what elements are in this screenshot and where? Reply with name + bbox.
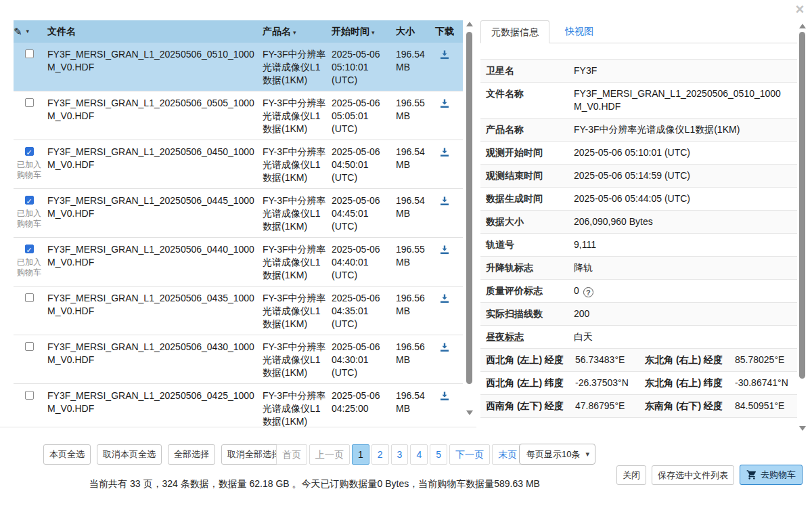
row-checkbox[interactable]: [25, 293, 34, 302]
metadata-label: 观测开始时间: [486, 146, 574, 159]
coord-value: 84.50951°E: [735, 400, 797, 412]
panel-tab[interactable]: 快视图: [555, 20, 604, 43]
file-name-cell: FY3F_MERSI_GRAN_L1_20250506_0430_1000M_V…: [45, 335, 263, 383]
download-icon[interactable]: [439, 49, 450, 60]
scrollbar-thumb[interactable]: [799, 32, 805, 379]
metadata-value: 200: [574, 308, 797, 320]
column-header-product[interactable]: 产品名▾: [263, 20, 332, 43]
close-button[interactable]: 关闭: [616, 465, 646, 485]
coord-label: 西北角 (左上) 经度: [486, 354, 575, 366]
product-name-cell: FY-3F中分辨率光谱成像仪L1数据(1KM): [263, 43, 332, 91]
chevron-down-icon: ▾: [585, 444, 589, 464]
metadata-value: 降轨: [574, 261, 797, 274]
select-menu-header[interactable]: ✎ ▾: [14, 20, 45, 43]
metadata-label: 产品名称: [486, 123, 574, 136]
download-icon[interactable]: [439, 391, 450, 402]
start-time-cell: 2025-05-06 04:50:01 (UTC): [332, 140, 396, 188]
start-time-cell: 2025-05-06 05:10:01 (UTC): [332, 43, 396, 91]
metadata-panel: 元数据信息快视图 卫星名 FY3F 文件名称 FY3F_MERSI_GRAN_L…: [480, 20, 797, 418]
metadata-row: 卫星名 FY3F: [480, 60, 797, 83]
footer-actions: 关闭 保存选中文件列表 去购物车: [616, 465, 803, 485]
table-row[interactable]: 已加入购物车 FY3F_MERSI_GRAN_L1_20250506_0450_…: [14, 140, 463, 189]
table-row[interactable]: 已加入购物车 FY3F_MERSI_GRAN_L1_20250506_0445_…: [14, 189, 463, 238]
row-checkbox[interactable]: [25, 196, 34, 205]
row-checkbox[interactable]: [25, 391, 34, 400]
download-icon[interactable]: [439, 342, 450, 353]
coord-label: 西北角 (左上) 纬度: [486, 377, 575, 389]
table-scrollbar[interactable]: [466, 20, 474, 417]
coord-label: 东北角 (右上) 纬度: [645, 377, 735, 389]
scroll-up-icon[interactable]: [799, 24, 806, 28]
table-row[interactable]: FY3F_MERSI_GRAN_L1_20250506_0435_1000M_V…: [14, 287, 463, 335]
metadata-label: 昼夜标志: [486, 331, 574, 343]
table-row[interactable]: 已加入购物车 FY3F_MERSI_GRAN_L1_20250506_0440_…: [14, 238, 463, 287]
corner-coord-row: 西北角 (左上) 纬度 -26.37503°N 东北角 (右上) 纬度 -30.…: [480, 372, 797, 395]
sort-caret-icon: ▾: [293, 29, 296, 36]
page-size-select[interactable]: 每页显示10条 ▾: [519, 444, 595, 465]
pagination: 首页上一页12345下一页末页: [276, 444, 523, 465]
selection-button[interactable]: 本页全选: [43, 444, 91, 465]
page-item[interactable]: 3: [391, 444, 409, 465]
scrollbar-thumb[interactable]: [466, 32, 472, 384]
coord-value: 47.86795°E: [575, 400, 645, 412]
table-row[interactable]: FY3F_MERSI_GRAN_L1_20250506_0425_1000M_V…: [14, 384, 463, 427]
row-checkbox[interactable]: [25, 342, 34, 351]
file-name-cell: FY3F_MERSI_GRAN_L1_20250506_0510_1000M_V…: [45, 43, 263, 91]
product-name-cell: FY-3F中分辨率光谱成像仪L1数据(1KM): [263, 189, 332, 237]
column-header-starttime[interactable]: 开始时间▾: [332, 20, 396, 43]
page-item[interactable]: 4: [410, 444, 428, 465]
metadata-value: 9,111: [574, 238, 797, 251]
file-name-cell: FY3F_MERSI_GRAN_L1_20250506_0505_1000M_V…: [45, 91, 263, 140]
scroll-up-icon[interactable]: [466, 22, 473, 26]
download-icon[interactable]: [439, 245, 450, 255]
start-time-cell: 2025-05-06 04:35:01 (UTC): [332, 287, 396, 335]
metadata-value: 2025-05-06 05:14:59 (UTC): [574, 169, 797, 182]
go-to-cart-button[interactable]: 去购物车: [740, 465, 803, 485]
corner-coord-row: 西南角 (左下) 经度 47.86795°E 东南角 (右下) 经度 84.50…: [480, 395, 797, 418]
scroll-down-icon[interactable]: [466, 410, 473, 415]
selection-button[interactable]: 取消本页全选: [97, 444, 162, 465]
table-row[interactable]: FY3F_MERSI_GRAN_L1_20250506_0505_1000M_V…: [14, 91, 463, 140]
download-icon[interactable]: [439, 293, 450, 304]
download-icon[interactable]: [439, 98, 450, 109]
product-name-cell: FY-3F中分辨率光谱成像仪L1数据(1KM): [263, 238, 332, 286]
save-file-list-button[interactable]: 保存选中文件列表: [652, 465, 734, 485]
download-icon[interactable]: [439, 196, 450, 207]
table-row[interactable]: FY3F_MERSI_GRAN_L1_20250506_0510_1000M_V…: [14, 43, 463, 91]
table-row[interactable]: FY3F_MERSI_GRAN_L1_20250506_0430_1000M_V…: [14, 335, 463, 384]
page-item[interactable]: 2: [371, 444, 389, 465]
metadata-row: 昼夜标志 白天: [480, 326, 797, 349]
size-cell: 196.54 MB: [396, 189, 430, 237]
panel-scrollbar[interactable]: [798, 22, 807, 432]
metadata-value: 206,090,960 Bytes: [574, 215, 797, 228]
column-header-filename[interactable]: 文件名: [45, 20, 263, 43]
scroll-down-icon[interactable]: [799, 426, 806, 431]
start-time-cell: 2025-05-06 04:25:00: [332, 384, 396, 427]
page-item[interactable]: 1: [352, 444, 369, 465]
page-item[interactable]: 5: [430, 444, 447, 465]
metadata-row: 数据生成时间 2025-05-06 05:44:05 (UTC): [480, 188, 797, 211]
page-item[interactable]: 上一页: [309, 444, 350, 465]
row-checkbox[interactable]: [25, 49, 34, 58]
file-table-body: FY3F_MERSI_GRAN_L1_20250506_0510_1000M_V…: [14, 43, 463, 427]
metadata-table: 卫星名 FY3F 文件名称 FY3F_MERSI_GRAN_L1_2025050…: [480, 59, 797, 418]
row-checkbox[interactable]: [25, 98, 34, 107]
page-item[interactable]: 首页: [276, 444, 307, 465]
page-item[interactable]: 下一页: [449, 444, 490, 465]
row-checkbox[interactable]: [25, 245, 34, 253]
help-icon[interactable]: ?: [583, 287, 593, 297]
panel-tab[interactable]: 元数据信息: [480, 20, 549, 43]
metadata-value: 2025-05-06 05:44:05 (UTC): [574, 192, 797, 205]
size-cell: 196.56 MB: [396, 287, 430, 335]
metadata-row: 实际扫描线数 200: [480, 303, 797, 326]
selection-button[interactable]: 全部选择: [168, 444, 215, 465]
coord-value: 85.78025°E: [735, 354, 797, 366]
cart-icon: [746, 469, 757, 480]
corner-coord-row: 西北角 (左上) 经度 56.73483°E 东北角 (右上) 经度 85.78…: [480, 349, 797, 372]
coord-value: 56.73483°E: [575, 354, 645, 366]
size-cell: 196.56 MB: [396, 335, 430, 383]
dialog-close-icon[interactable]: ×: [792, 1, 808, 18]
table-bottom-divider: [0, 427, 476, 427]
row-checkbox[interactable]: [25, 147, 34, 156]
download-icon[interactable]: [439, 147, 450, 158]
